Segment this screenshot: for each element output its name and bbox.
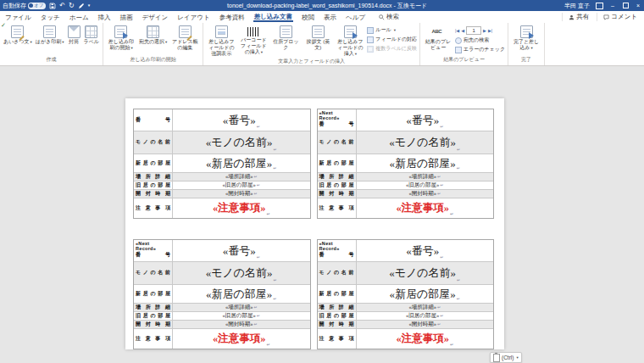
field-label-cell: 旧居の部屋 [318,311,357,320]
search-box[interactable]: 検索 [379,13,399,21]
merge-field-value[interactable]: «注意事項»↵ [173,198,310,218]
next-record-field[interactable]: «Next Record» [319,110,354,121]
match-fields-button[interactable]: フィールドの対応 [367,36,417,43]
merge-field-text: «新居の部屋» [389,287,455,302]
start-merge-button[interactable]: 差し込み印刷の開始▾ [106,25,136,51]
merge-field-value[interactable]: «新居の部屋»↵ [173,154,310,172]
barcode-icon [247,27,260,36]
merge-field-value[interactable]: «新居の部屋»↵ [357,284,494,303]
tab-差し込み文書[interactable]: 差し込み文書 [253,12,293,23]
select-recipients-button[interactable]: 宛先の選択▾ [138,25,168,45]
envelope-button[interactable]: 封筒 [67,25,81,45]
field-label-cell: 新居の部屋 [318,154,357,172]
end-of-cell-mark: ↵ [457,296,460,303]
tab-デザイン[interactable]: デザイン [142,13,169,22]
merge-field-value[interactable]: «場所詳細»↵ [357,172,494,181]
tab-参考資料[interactable]: 参考資料 [219,13,246,22]
first-record-button[interactable]: |◀ [455,29,459,33]
tab-ヘルプ[interactable]: ヘルプ [345,13,366,22]
merge-field-value[interactable]: «旧居の部屋»↵ [357,181,494,189]
comment-label: コメント [611,13,637,21]
tab-レイアウト[interactable]: レイアウト [176,13,210,22]
button-label: 住所ブロック [271,39,300,51]
ribbon-group: 完了と差し込み▾完了 [508,23,545,65]
merge-field-value[interactable]: «モノの名前»↵ [357,261,494,284]
merge-field-value[interactable]: «開封時期»↵ [357,189,494,198]
insert-field-button[interactable]: 差し込みフィールドの挿入▾ [335,25,365,57]
merge-field-value[interactable]: «モノの名前»↵ [173,131,310,154]
ribbon-display-options-button[interactable] [596,3,603,9]
ribbon-group-content: 差し込みフィールドの強調表示バーコードフィールドの挿入▾住所ブロック挨拶文 (英… [206,25,417,57]
autosave-label: 自動保存 [3,2,26,10]
merge-field-value[interactable]: «開封時期»↵ [357,320,494,328]
merge-field-value[interactable]: «番号»↵ [357,109,494,131]
merge-field-value[interactable]: «旧居の部屋»↵ [173,311,310,320]
field-label-cell: モノの名前 [134,131,173,154]
tab-ファイル[interactable]: ファイル [4,13,32,22]
merge-field-value[interactable]: «番号»↵ [173,240,310,261]
labels-button[interactable]: ラベル [83,25,100,45]
merge-field-value[interactable]: «注意事項»↵ [173,328,310,349]
preview-results-button[interactable]: 結果のプレビュー [423,25,453,51]
pen-button[interactable] [78,3,85,9]
address-block-button[interactable]: 住所ブロック [270,25,301,51]
tab-タッチ[interactable]: タッチ [40,13,61,22]
user-name[interactable]: 半田 直子 [564,2,590,10]
merge-field-value[interactable]: «番号»↵ [357,240,494,261]
qat-more-button[interactable]: ▾ [88,3,91,8]
tab-ホーム[interactable]: ホーム [69,13,90,22]
merge-field-text: «開封時期» [225,190,253,198]
merge-field-value[interactable]: «番号»↵ [173,109,310,131]
merge-field-value[interactable]: «モノの名前»↵ [173,261,310,284]
check-errors-button[interactable]: エラーのチェック [455,46,505,53]
minimize-button[interactable]: – [609,3,616,8]
merge-field-value[interactable]: «モノの名前»↵ [357,131,494,154]
merge-field-value[interactable]: «場所詳細»↵ [173,172,310,181]
share-label: 共有 [576,13,589,21]
merge-field-value[interactable]: «開封時期»↵ [173,189,310,198]
redo-button[interactable]: ↻ [69,3,75,9]
next-record-field[interactable]: «Next Record» [319,241,354,252]
tab-校閲[interactable]: 校閲 [301,13,315,22]
share-button[interactable]: 共有 [562,13,589,21]
previous-record-button[interactable]: ◀ [461,29,464,33]
greeting-line-button[interactable]: 挨拶文 (英文) [303,25,333,51]
paste-options-button[interactable]: (Ctrl) ▾ [490,352,522,363]
merge-field-value[interactable]: «新居の部屋»↵ [173,284,310,303]
next-record-button[interactable]: ▶ [483,29,486,33]
highlight-fields-button[interactable]: 差し込みフィールドの強調表示 [206,25,236,57]
merge-field-value[interactable]: «注意事項»↵ [357,328,494,349]
merge-field-value[interactable]: «旧居の部屋»↵ [357,311,494,320]
merge-field-value[interactable]: «注意事項»↵ [357,198,494,218]
barcode-button[interactable]: バーコードフィールドの挿入▾ [238,25,269,55]
merge-label-2: «Next Record»番号«番号»↵モノの名前«モノの名前»↵新居の部屋«新… [317,109,495,219]
merge-field-value[interactable]: «場所詳細»↵ [173,303,310,311]
maximize-button[interactable] [622,3,629,8]
find-recipient-button[interactable]: 宛先の検索 [455,36,505,44]
finish-merge-button[interactable]: 完了と差し込み▾ [511,25,541,51]
merge-field-value[interactable]: «旧居の部屋»↵ [173,181,310,189]
end-of-cell-mark: ↵ [437,191,441,198]
current-record-box[interactable]: 1 [466,26,481,35]
tab-挿入[interactable]: 挿入 [97,13,112,22]
end-of-cell-mark: ↵ [274,277,277,284]
merge-field-text: «場所詳細» [408,304,436,311]
autosave-toggle[interactable]: 自動保存 オフ [3,2,46,10]
save-button[interactable] [49,3,56,9]
next-record-field[interactable]: «Next Record» [136,241,170,252]
greeting-doc-button[interactable]: あいさつ文▾ [3,25,33,45]
merge-field-text: «場所詳細» [408,173,436,181]
close-button[interactable]: × [635,3,641,8]
postcard-button[interactable]: はがき印刷▾ [35,25,65,45]
rules-button[interactable]: ルール▾ [367,26,417,34]
last-record-button[interactable]: ▶| [488,29,492,33]
tab-表示[interactable]: 表示 [323,13,337,22]
edit-recipients-button[interactable]: アドレス帳の編集 [169,25,200,51]
merge-field-value[interactable]: «開封時期»↵ [173,320,310,328]
undo-button[interactable]: ↶ [59,3,65,9]
tab-描画[interactable]: 描画 [119,13,134,22]
button-label: 封筒 [69,39,79,45]
comment-button[interactable]: コメント [597,13,637,21]
merge-field-value[interactable]: «場所詳細»↵ [357,303,494,311]
merge-field-value[interactable]: «新居の部屋»↵ [357,154,494,172]
